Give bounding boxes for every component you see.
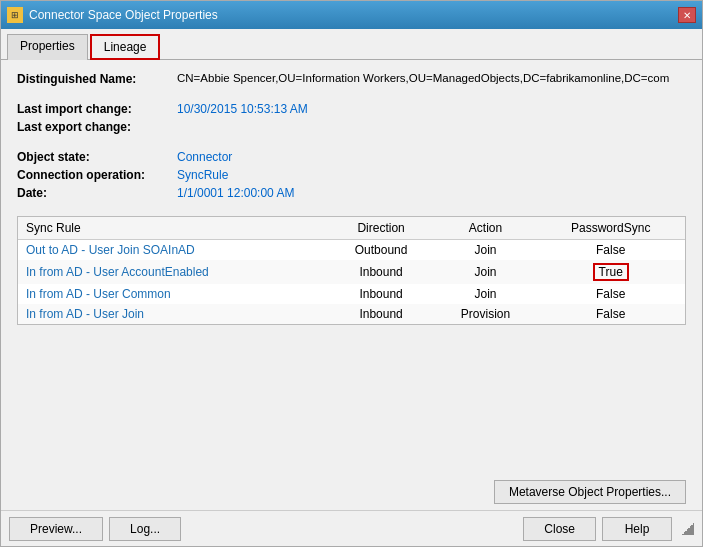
dn-row: Distinguished Name: CN=Abbie Spencer,OU=…: [17, 72, 686, 86]
status-bar: Preview... Log... Close Help: [1, 510, 702, 546]
cell-password-sync: False: [536, 304, 685, 324]
last-import-row: Last import change: 10/30/2015 10:53:13 …: [17, 102, 686, 116]
table-row[interactable]: In from AD - User AccountEnabledInboundJ…: [18, 260, 685, 284]
last-export-label: Last export change:: [17, 120, 177, 134]
table-row[interactable]: Out to AD - User Join SOAInADOutboundJoi…: [18, 240, 685, 261]
tabs-bar: Properties Lineage: [1, 29, 702, 60]
col-sync-rule: Sync Rule: [18, 217, 328, 240]
date-label: Date:: [17, 186, 177, 200]
table-header-row: Sync Rule Direction Action PasswordSync: [18, 217, 685, 240]
last-import-label: Last import change:: [17, 102, 177, 116]
table-row[interactable]: In from AD - User CommonInboundJoinFalse: [18, 284, 685, 304]
tab-properties[interactable]: Properties: [7, 34, 88, 60]
cell-action: Join: [435, 284, 537, 304]
window-title: Connector Space Object Properties: [29, 8, 218, 22]
cell-direction: Inbound: [328, 304, 435, 324]
log-button[interactable]: Log...: [109, 517, 181, 541]
object-state-label: Object state:: [17, 150, 177, 164]
window-icon: ⊞: [7, 7, 23, 23]
close-button[interactable]: ✕: [678, 7, 696, 23]
close-dialog-button[interactable]: Close: [523, 517, 596, 541]
resize-handle[interactable]: [682, 523, 694, 535]
metaverse-section: Metaverse Object Properties...: [1, 474, 702, 510]
col-action: Action: [435, 217, 537, 240]
cell-sync-rule: In from AD - User Join: [18, 304, 328, 324]
title-bar: ⊞ Connector Space Object Properties ✕: [1, 1, 702, 29]
last-import-value: 10/30/2015 10:53:13 AM: [177, 102, 308, 116]
cell-direction: Inbound: [328, 284, 435, 304]
col-password-sync: PasswordSync: [536, 217, 685, 240]
tab-lineage[interactable]: Lineage: [90, 34, 161, 60]
date-row: Date: 1/1/0001 12:00:00 AM: [17, 186, 686, 200]
cell-direction: Outbound: [328, 240, 435, 261]
col-direction: Direction: [328, 217, 435, 240]
object-state-value: Connector: [177, 150, 232, 164]
dn-label: Distinguished Name:: [17, 72, 177, 86]
cell-direction: Inbound: [328, 260, 435, 284]
cell-action: Join: [435, 260, 537, 284]
cell-sync-rule: In from AD - User AccountEnabled: [18, 260, 328, 284]
main-window: ⊞ Connector Space Object Properties ✕ Pr…: [0, 0, 703, 547]
connection-op-label: Connection operation:: [17, 168, 177, 182]
last-export-row: Last export change:: [17, 120, 686, 134]
object-state-row: Object state: Connector: [17, 150, 686, 164]
cell-password-sync: False: [536, 240, 685, 261]
help-button[interactable]: Help: [602, 517, 672, 541]
cell-password-sync: True: [536, 260, 685, 284]
cell-sync-rule: Out to AD - User Join SOAInAD: [18, 240, 328, 261]
metaverse-properties-button[interactable]: Metaverse Object Properties...: [494, 480, 686, 504]
cell-action: Join: [435, 240, 537, 261]
cell-action: Provision: [435, 304, 537, 324]
preview-button[interactable]: Preview...: [9, 517, 103, 541]
dn-value: CN=Abbie Spencer,OU=Information Workers,…: [177, 72, 669, 84]
sync-rules-table: Sync Rule Direction Action PasswordSync …: [17, 216, 686, 325]
cell-password-sync: False: [536, 284, 685, 304]
content-area: Distinguished Name: CN=Abbie Spencer,OU=…: [1, 60, 702, 474]
cell-sync-rule: In from AD - User Common: [18, 284, 328, 304]
connection-op-value: SyncRule: [177, 168, 228, 182]
connection-op-row: Connection operation: SyncRule: [17, 168, 686, 182]
date-value: 1/1/0001 12:00:00 AM: [177, 186, 294, 200]
table-row[interactable]: In from AD - User JoinInboundProvisionFa…: [18, 304, 685, 324]
